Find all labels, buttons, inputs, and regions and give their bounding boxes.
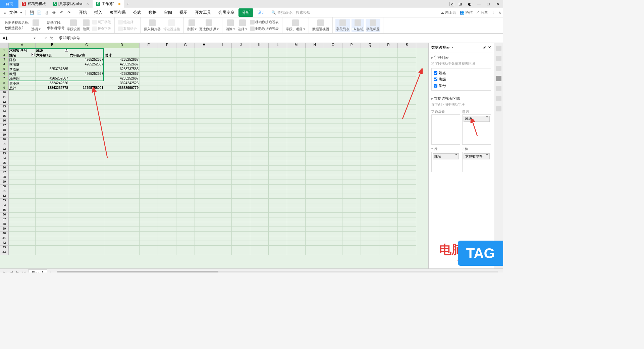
cell[interactable] (36, 133, 69, 138)
cell[interactable] (158, 203, 176, 208)
cell[interactable] (306, 246, 324, 250)
cell[interactable] (232, 232, 250, 236)
cell[interactable] (232, 133, 250, 138)
cell[interactable] (176, 208, 195, 213)
cell[interactable] (324, 185, 342, 189)
cell[interactable] (324, 199, 342, 203)
cell[interactable] (250, 138, 269, 142)
cell[interactable] (342, 236, 361, 241)
cell[interactable] (195, 147, 213, 152)
cell[interactable] (176, 67, 195, 72)
cell[interactable] (104, 203, 140, 208)
cell[interactable] (379, 199, 398, 203)
cell[interactable] (361, 81, 379, 86)
cell[interactable] (158, 189, 176, 194)
row-header-13[interactable]: 13 (0, 105, 9, 109)
cell[interactable] (361, 123, 379, 128)
row-header-41[interactable]: 41 (0, 236, 9, 241)
cell[interactable] (36, 246, 69, 250)
cell[interactable] (9, 128, 36, 133)
cell[interactable] (158, 114, 176, 119)
cell[interactable] (195, 62, 213, 67)
cell[interactable] (342, 86, 361, 91)
cell[interactable] (140, 222, 158, 227)
cell[interactable] (361, 114, 379, 119)
cell[interactable] (232, 109, 250, 114)
cell[interactable] (176, 123, 195, 128)
cell[interactable] (69, 213, 104, 217)
cell[interactable]: 陈静 (9, 58, 36, 62)
cell[interactable]: 李依依 (9, 67, 36, 72)
cell[interactable] (342, 133, 361, 138)
cell[interactable] (232, 189, 250, 194)
cell[interactable] (379, 123, 398, 128)
cell[interactable]: 赵小慧 (9, 81, 36, 86)
cell[interactable] (398, 123, 416, 128)
close-icon[interactable]: ✕ (86, 2, 89, 6)
row-header-27[interactable]: 27 (0, 170, 9, 175)
cell[interactable] (176, 86, 195, 91)
cell[interactable] (9, 213, 36, 217)
cell[interactable] (324, 161, 342, 166)
cell[interactable] (158, 123, 176, 128)
cell[interactable] (36, 203, 69, 208)
row-header-2[interactable]: 2 (0, 53, 9, 58)
cell[interactable] (158, 138, 176, 142)
formula-input[interactable]: 求和项:学号 (56, 35, 503, 41)
cell[interactable] (361, 48, 379, 53)
cell[interactable] (195, 72, 213, 77)
cell[interactable] (104, 105, 140, 109)
cell[interactable] (342, 72, 361, 77)
cell[interactable] (213, 180, 232, 185)
cell[interactable] (398, 166, 416, 170)
cell[interactable] (250, 175, 269, 180)
cell[interactable] (36, 123, 69, 128)
cell[interactable] (9, 138, 36, 142)
cell[interactable] (306, 199, 324, 203)
cell[interactable] (342, 100, 361, 105)
cell[interactable] (36, 114, 69, 119)
cell[interactable] (361, 72, 379, 77)
cell[interactable] (104, 123, 140, 128)
cell[interactable] (195, 203, 213, 208)
cell[interactable] (379, 152, 398, 156)
cell[interactable] (176, 227, 195, 232)
cell[interactable] (213, 53, 232, 58)
cell[interactable] (69, 105, 104, 109)
cell[interactable] (9, 222, 36, 227)
cell[interactable] (232, 170, 250, 175)
cell[interactable] (104, 142, 140, 147)
cell[interactable] (361, 91, 379, 95)
cell[interactable] (158, 72, 176, 77)
cell[interactable] (140, 199, 158, 203)
cell[interactable] (9, 166, 36, 170)
cell[interactable] (398, 147, 416, 152)
cell[interactable] (36, 119, 69, 123)
field-item-id[interactable]: 学号 (433, 83, 489, 89)
cell[interactable] (361, 86, 379, 91)
cell[interactable] (398, 161, 416, 166)
cell[interactable] (398, 222, 416, 227)
minimize-button[interactable]: — (476, 2, 482, 6)
cell[interactable] (361, 203, 379, 208)
cell[interactable] (287, 95, 306, 100)
cell[interactable] (213, 250, 232, 255)
cell[interactable] (287, 53, 306, 58)
cell[interactable] (69, 199, 104, 203)
cell[interactable] (140, 58, 158, 62)
cell[interactable] (306, 236, 324, 241)
col-header-C[interactable]: C (69, 43, 104, 48)
cell[interactable] (269, 194, 287, 199)
cell[interactable] (361, 109, 379, 114)
close-button[interactable]: ✕ (494, 2, 501, 6)
cell[interactable] (324, 81, 342, 86)
cell[interactable] (195, 53, 213, 58)
cell[interactable] (342, 109, 361, 114)
cell[interactable] (232, 58, 250, 62)
cell[interactable] (306, 156, 324, 161)
cell[interactable] (140, 208, 158, 213)
cell[interactable] (361, 142, 379, 147)
row-header-20[interactable]: 20 (0, 138, 9, 142)
cell[interactable] (104, 208, 140, 213)
cell[interactable] (9, 194, 36, 199)
